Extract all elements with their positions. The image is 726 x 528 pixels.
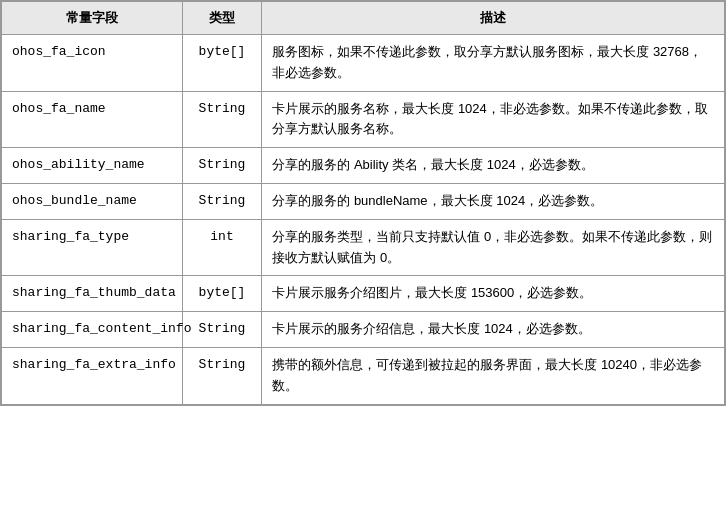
field-type-2: String	[182, 148, 262, 184]
field-type-1: String	[182, 91, 262, 148]
field-name-4: sharing_fa_type	[2, 219, 183, 276]
field-desc-2: 分享的服务的 Ability 类名，最大长度 1024，必选参数。	[262, 148, 725, 184]
table-header-row: 常量字段 类型 描述	[2, 2, 725, 35]
field-name-5: sharing_fa_thumb_data	[2, 276, 183, 312]
table-row: ohos_fa_nameString卡片展示的服务名称，最大长度 1024，非必…	[2, 91, 725, 148]
field-type-6: String	[182, 312, 262, 348]
table-row: sharing_fa_content_infoString卡片展示的服务介绍信息…	[2, 312, 725, 348]
table-row: sharing_fa_thumb_databyte[]卡片展示服务介绍图片，最大…	[2, 276, 725, 312]
field-name-3: ohos_bundle_name	[2, 183, 183, 219]
field-desc-0: 服务图标，如果不传递此参数，取分享方默认服务图标，最大长度 32768，非必选参…	[262, 35, 725, 92]
field-desc-3: 分享的服务的 bundleName，最大长度 1024，必选参数。	[262, 183, 725, 219]
table-row: sharing_fa_extra_infoString携带的额外信息，可传递到被…	[2, 347, 725, 404]
header-field: 常量字段	[2, 2, 183, 35]
header-type: 类型	[182, 2, 262, 35]
field-name-0: ohos_fa_icon	[2, 35, 183, 92]
field-type-7: String	[182, 347, 262, 404]
field-type-0: byte[]	[182, 35, 262, 92]
table-row: ohos_fa_iconbyte[]服务图标，如果不传递此参数，取分享方默认服务…	[2, 35, 725, 92]
field-type-4: int	[182, 219, 262, 276]
field-name-2: ohos_ability_name	[2, 148, 183, 184]
header-desc: 描述	[262, 2, 725, 35]
field-desc-5: 卡片展示服务介绍图片，最大长度 153600，必选参数。	[262, 276, 725, 312]
field-name-1: ohos_fa_name	[2, 91, 183, 148]
field-name-7: sharing_fa_extra_info	[2, 347, 183, 404]
field-desc-6: 卡片展示的服务介绍信息，最大长度 1024，必选参数。	[262, 312, 725, 348]
field-type-5: byte[]	[182, 276, 262, 312]
main-table-container: 常量字段 类型 描述 ohos_fa_iconbyte[]服务图标，如果不传递此…	[0, 0, 726, 406]
field-name-6: sharing_fa_content_info	[2, 312, 183, 348]
field-desc-4: 分享的服务类型，当前只支持默认值 0，非必选参数。如果不传递此参数，则接收方默认…	[262, 219, 725, 276]
table-row: ohos_ability_nameString分享的服务的 Ability 类名…	[2, 148, 725, 184]
table-row: sharing_fa_typeint分享的服务类型，当前只支持默认值 0，非必选…	[2, 219, 725, 276]
table-row: ohos_bundle_nameString分享的服务的 bundleName，…	[2, 183, 725, 219]
field-desc-1: 卡片展示的服务名称，最大长度 1024，非必选参数。如果不传递此参数，取分享方默…	[262, 91, 725, 148]
field-desc-7: 携带的额外信息，可传递到被拉起的服务界面，最大长度 10240，非必选参数。	[262, 347, 725, 404]
field-type-3: String	[182, 183, 262, 219]
data-table: 常量字段 类型 描述 ohos_fa_iconbyte[]服务图标，如果不传递此…	[1, 1, 725, 405]
